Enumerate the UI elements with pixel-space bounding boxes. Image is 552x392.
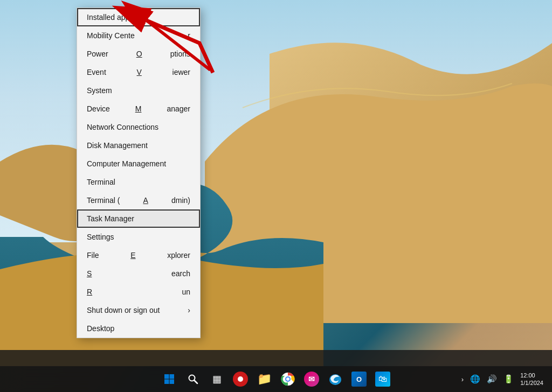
- menu-item-shut-down[interactable]: Shut down or sign out ›: [77, 301, 200, 319]
- menu-item-task-manager[interactable]: Task Manager: [77, 209, 200, 228]
- svg-line-9: [194, 380, 197, 383]
- svg-rect-5: [170, 374, 175, 379]
- taskbar-explorer-button[interactable]: 📁: [253, 368, 275, 390]
- taskbar-tray: › 🌐 🔊 🔋 12:00 1/1/2024: [459, 370, 546, 388]
- menu-item-file-explorer[interactable]: File Explorer: [77, 246, 200, 264]
- tray-time: 12:00: [520, 372, 543, 379]
- menu-item-search[interactable]: Search: [77, 264, 200, 283]
- taskbar: ▦ 📁 ✉: [0, 366, 552, 392]
- taskbar-store-button[interactable]: 🛍: [372, 368, 394, 390]
- menu-item-system[interactable]: System: [77, 81, 200, 100]
- menu-item-device-manager[interactable]: Device Manager: [77, 100, 200, 118]
- tray-battery-icon[interactable]: 🔋: [501, 373, 516, 385]
- tray-clock[interactable]: 12:00 1/1/2024: [518, 370, 546, 388]
- taskbar-obs-button[interactable]: [230, 368, 251, 390]
- menu-item-event-viewer[interactable]: Event Viewer: [77, 63, 200, 81]
- svg-rect-7: [170, 380, 175, 384]
- taskbar-widgets-button[interactable]: ▦: [206, 368, 227, 390]
- menu-item-mobility-center[interactable]: Mobility Center: [77, 26, 200, 45]
- menu-item-run[interactable]: Run: [77, 283, 200, 301]
- taskbar-center: ▦ 📁 ✉: [158, 368, 394, 390]
- menu-item-settings[interactable]: Settings: [77, 228, 200, 246]
- submenu-arrow-icon: ›: [188, 306, 190, 314]
- svg-rect-6: [164, 380, 169, 384]
- taskbar-edge-button[interactable]: [325, 368, 346, 390]
- taskbar-mail-button[interactable]: ✉: [301, 368, 322, 390]
- taskbar-outlook-button[interactable]: O: [348, 368, 370, 390]
- taskbar-chrome-button[interactable]: [277, 368, 299, 390]
- context-menu: Installed apps Mobility Center Power Opt…: [77, 8, 201, 338]
- tray-volume-icon[interactable]: 🔊: [485, 373, 499, 385]
- menu-item-installed-apps[interactable]: Installed apps: [77, 8, 200, 26]
- menu-item-terminal-admin[interactable]: Terminal (Admin): [77, 191, 200, 209]
- tray-network-icon[interactable]: 🌐: [468, 373, 482, 385]
- menu-item-network-connections[interactable]: Network Connections: [77, 118, 200, 136]
- start-button[interactable]: [158, 368, 180, 390]
- menu-item-disk-management[interactable]: Disk Management: [77, 136, 200, 155]
- tray-date: 1/1/2024: [520, 379, 543, 387]
- taskbar-search-button[interactable]: [182, 368, 204, 390]
- menu-item-desktop[interactable]: Desktop: [77, 319, 200, 338]
- svg-point-13: [286, 377, 289, 381]
- menu-item-power-options[interactable]: Power Options: [77, 45, 200, 63]
- tray-chevron[interactable]: ›: [459, 374, 466, 384]
- menu-item-computer-management[interactable]: Computer Management: [77, 155, 200, 173]
- menu-item-terminal[interactable]: Terminal: [77, 173, 200, 191]
- svg-rect-4: [164, 374, 169, 379]
